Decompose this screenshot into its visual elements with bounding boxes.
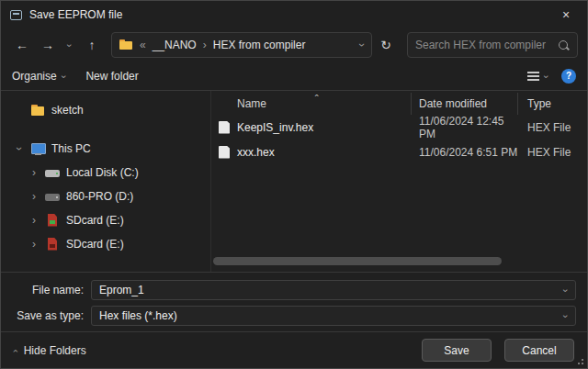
breadcrumb-segment[interactable]: __NANO [153,39,197,51]
sort-ascending-icon: ˆ [315,94,319,106]
footer-buttons: Save Cancel [422,339,574,362]
breadcrumb-overflow-chevron[interactable]: « [140,39,146,51]
search-input[interactable] [415,39,558,51]
breadcrumb-folder-icon [119,39,133,50]
tree-item-icon [45,238,61,252]
help-button[interactable]: ? [561,69,576,84]
sidebar-tree-item[interactable]: Local Disk (C:) [5,161,207,184]
search-icon [558,39,570,51]
refresh-button[interactable]: ↻ [374,33,398,57]
save-dialog-window: Save EEPROM file × ← → ↑ « __NANO › HEX … [0,0,588,369]
tree-expand-chevron-icon[interactable] [14,142,25,155]
view-options-button[interactable] [527,71,548,82]
tree-item-label: SDcard (E:) [66,238,124,251]
tree-item-icon [45,214,61,228]
folder-tree-sidebar: sketch This PC Local Disk (C:) [1,91,210,272]
file-name: KeepIS_inv.hex [237,121,313,134]
sidebar-tree-item[interactable]: SDcard (E:) [5,208,207,232]
back-button[interactable]: ← [10,33,34,57]
breadcrumb-separator-icon: › [203,39,207,51]
save-button[interactable]: Save [422,339,492,362]
tree-expand-chevron-icon[interactable] [28,166,40,179]
file-icon [219,146,230,159]
command-bar: Organise New folder ? [1,62,587,91]
history-dropdown-button[interactable] [62,33,78,57]
app-icon [10,10,22,20]
chevron-down-icon[interactable] [564,285,568,296]
scrollbar-thumb[interactable] [213,257,502,265]
column-header-name-label: Name [237,97,266,110]
save-as-type-combobox[interactable]: Hex files (*.hex) [91,306,576,326]
file-icon [219,121,230,134]
file-list-pane: Name ˆ Date modified Type KeepIS_inv.hex… [210,91,587,272]
hide-folders-label: Hide Folders [24,344,86,357]
file-name-value: Eprom_1 [99,284,144,296]
tree-item-icon [45,190,61,204]
sidebar-tree-item[interactable]: 860-PRO (D:) [5,184,207,208]
sidebar-tree-item[interactable]: This PC [5,137,207,161]
file-row[interactable]: KeepIS_inv.hex 11/06/2024 12:45 PM HEX F… [211,115,587,140]
file-name: xxx.hex [237,146,275,159]
organise-label: Organise [12,70,57,83]
column-header-type-label: Type [527,97,551,110]
tree-item-label: This PC [51,142,91,155]
tree-item-icon [30,142,46,156]
cancel-button[interactable]: Cancel [504,339,574,362]
close-button[interactable]: × [545,1,587,28]
titlebar: Save EEPROM file × [1,1,587,28]
resize-grip[interactable] [575,356,583,364]
tree-item-icon [30,104,46,117]
file-name-combobox[interactable]: Eprom_1 [91,280,576,300]
search-box[interactable] [407,32,578,58]
chevron-up-icon [14,345,17,356]
tree-item-label: SDcard (E:) [66,214,124,227]
address-dropdown-chevron-icon[interactable] [360,39,364,51]
column-header-name[interactable]: Name ˆ [211,93,412,115]
tree-expand-chevron-icon[interactable] [28,214,40,227]
new-folder-button[interactable]: New folder [85,70,138,83]
column-header-date-modified[interactable]: Date modified [412,93,518,115]
chevron-down-icon [545,71,548,82]
hide-folders-button[interactable]: Hide Folders [14,344,86,357]
save-as-type-label: Save as type: [12,309,91,322]
file-list-header: Name ˆ Date modified Type [211,93,587,115]
file-type: HEX File [518,146,587,159]
file-name-label: File name: [12,284,91,296]
save-as-type-value: Hex files (*.hex) [99,309,177,322]
command-bar-right: ? [527,69,576,84]
sidebar-tree-item[interactable]: SDcard (E:) [5,232,207,256]
dialog-footer: Hide Folders Save Cancel [1,331,587,368]
main-area: sketch This PC Local Disk (C:) [1,91,587,272]
column-header-type[interactable]: Type [518,93,587,115]
column-header-date-label: Date modified [419,97,487,110]
tree-item-label: 860-PRO (D:) [66,190,133,203]
tree-expand-chevron-icon[interactable] [28,190,40,203]
file-type: HEX File [518,121,587,134]
window-title: Save EEPROM file [29,8,122,21]
tree-item-label: sketch [51,104,84,117]
file-date-modified: 11/06/2024 12:45 PM [412,115,518,140]
address-bar[interactable]: « __NANO › HEX from compiler [111,32,372,58]
tree-expand-chevron-icon[interactable] [28,238,40,251]
sidebar-tree-item[interactable]: sketch [5,98,207,122]
tree-item-label: Local Disk (C:) [66,166,139,179]
tree-item-icon [45,166,61,180]
new-folder-label: New folder [85,70,138,83]
organise-button[interactable]: Organise [12,70,65,83]
chevron-down-icon [68,39,72,50]
file-date-modified: 11/06/2024 6:51 PM [412,146,518,159]
file-row[interactable]: xxx.hex 11/06/2024 6:51 PM HEX File [211,140,587,164]
breadcrumb-segment[interactable]: HEX from compiler [213,39,306,51]
up-button[interactable]: ↑ [80,33,104,57]
details-view-icon [527,72,539,81]
chevron-down-icon [62,71,66,82]
navigation-toolbar: ← → ↑ « __NANO › HEX from compiler ↻ [1,28,587,62]
chevron-down-icon[interactable] [564,310,568,321]
horizontal-scrollbar[interactable] [213,257,578,265]
forward-button[interactable]: → [36,33,60,57]
filename-section: File name: Eprom_1 Save as type: Hex fil… [1,272,587,331]
